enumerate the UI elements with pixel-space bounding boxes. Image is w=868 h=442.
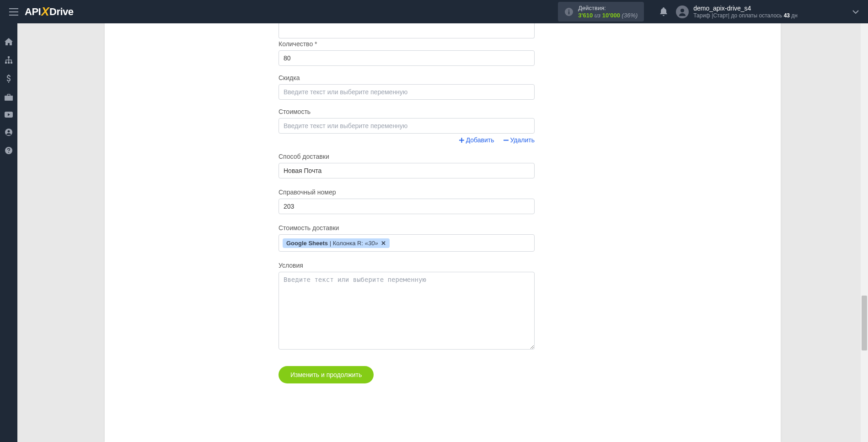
add-button[interactable]: Добавить [459,136,494,144]
discount-input[interactable] [279,84,535,100]
svg-rect-4 [8,56,10,58]
svg-point-1 [568,9,570,11]
sidebar-item-connections[interactable] [0,51,17,69]
submit-button[interactable]: Изменить и продолжить [279,366,374,383]
chevron-down-icon[interactable] [798,10,863,14]
delivery-cost-input[interactable]: Google Sheets | Колонка R: «30» ✕ [279,234,535,252]
quantity-input[interactable] [279,50,535,66]
form: Количество * Скидка Стоимость Добавить У… [279,23,535,383]
sidebar-item-billing[interactable] [0,69,17,88]
svg-point-13 [8,152,9,153]
actions-label: Действия: [578,5,638,12]
user-menu[interactable]: demo_apix-drive_s4 Тариф |Старт| до опла… [676,5,798,19]
svg-rect-5 [5,62,7,64]
avatar [676,5,689,18]
minus-icon [504,138,509,143]
sidebar-item-user[interactable] [0,123,17,141]
reference-label: Справочный номер [279,189,535,196]
actions-stats: 3'610 из 10'000 (36%) [578,12,638,19]
cost-label: Стоимость [279,108,535,115]
sidebar-item-help[interactable] [0,141,17,160]
close-icon[interactable]: ✕ [381,240,386,247]
info-icon [564,7,573,16]
reference-input[interactable] [279,199,535,214]
main-content: Количество * Скидка Стоимость Добавить У… [17,23,868,442]
variable-tag: Google Sheets | Колонка R: «30» ✕ [283,238,390,248]
conditions-label: Условия [279,262,535,269]
conditions-textarea[interactable] [279,272,535,350]
svg-point-3 [680,9,684,12]
quantity-label: Количество * [279,40,535,48]
scrollbar-vertical[interactable] [861,23,868,442]
delete-button[interactable]: Удалить [504,136,535,144]
delivery-method-label: Способ доставки [279,153,535,160]
cost-input[interactable] [279,118,535,134]
logo-text-x: X [41,5,49,19]
logo[interactable]: API X Drive [25,5,74,19]
svg-rect-6 [8,62,10,64]
scrollbar-thumb[interactable] [862,296,867,350]
sidebar-item-briefcase[interactable] [0,88,17,106]
plus-icon [459,138,464,143]
user-name: demo_apix-drive_s4 [693,5,798,12]
menu-icon[interactable] [5,5,22,19]
logo-text-drive: Drive [49,6,74,18]
svg-rect-2 [568,11,570,14]
header: API X Drive Действия: 3'610 из 10'000 (3… [0,0,868,23]
svg-rect-7 [11,62,12,64]
discount-label: Скидка [279,74,535,81]
delivery-cost-label: Стоимость доставки [279,224,535,232]
actions-counter[interactable]: Действия: 3'610 из 10'000 (36%) [558,2,644,22]
previous-field-input[interactable] [279,23,535,38]
bell-icon[interactable] [659,7,668,16]
user-plan: Тариф |Старт| до оплаты осталось 43 дн [693,12,798,19]
sidebar [0,23,17,442]
svg-rect-8 [5,96,13,101]
sidebar-item-youtube[interactable] [0,106,17,123]
panel: Количество * Скидка Стоимость Добавить У… [105,23,781,442]
svg-point-11 [8,130,10,133]
sidebar-item-home[interactable] [0,32,17,51]
delivery-method-input[interactable] [279,163,535,178]
logo-text-api: API [25,6,41,18]
